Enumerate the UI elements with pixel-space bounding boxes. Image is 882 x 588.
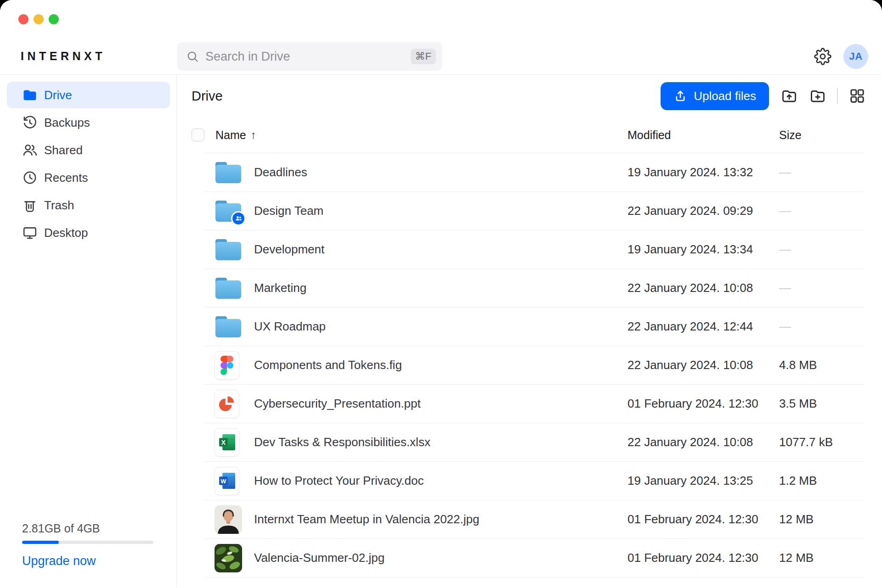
folder-icon (215, 162, 242, 184)
sidebar-item-backups[interactable]: Backups (7, 109, 170, 136)
file-icon-cell (204, 544, 254, 572)
file-row[interactable]: Deadlines 19 January 2024. 13:32 — (204, 153, 864, 191)
storage-panel: 2.81GB of 4GB Upgrade now (22, 522, 153, 568)
file-size: 1077.7 kB (779, 435, 864, 449)
search-icon (186, 50, 199, 63)
file-row[interactable]: Components and Tokens.fig 22 January 202… (204, 346, 864, 384)
upgrade-link[interactable]: Upgrade now (22, 554, 96, 568)
upload-files-label: Upload files (694, 89, 756, 103)
photo-thumbnail-leaves (215, 544, 242, 572)
file-row[interactable]: W How to Protect Your Privacy.doc 19 Jan… (204, 461, 864, 500)
grid-view-icon (849, 88, 865, 104)
file-name: Internxt Team Meetup in Valencia 2022.jp… (254, 512, 628, 526)
toolbar-divider (837, 88, 838, 104)
column-header-modified[interactable]: Modified (628, 129, 779, 142)
file-modified-date: 22 January 2024. 10:08 (628, 281, 779, 295)
file-icon-cell (204, 351, 254, 380)
file-icon-cell (204, 505, 254, 534)
zoom-window-button[interactable] (49, 14, 59, 24)
column-header-name[interactable]: Name ↑ (215, 129, 628, 142)
column-header-size[interactable]: Size (779, 129, 864, 142)
sidebar-item-label: Trash (44, 198, 74, 213)
gear-icon (814, 48, 831, 65)
sidebar: Drive Backups (0, 75, 177, 588)
file-row[interactable]: Internxt Team Meetup in Valencia 2022.jp… (204, 500, 864, 538)
word-file-icon: W (215, 467, 239, 495)
storage-progress-fill (22, 541, 59, 544)
file-icon-cell (204, 390, 254, 418)
upload-files-button[interactable]: Upload files (661, 82, 769, 110)
history-icon (22, 115, 38, 130)
file-modified-date: 22 January 2024. 09:29 (628, 204, 779, 218)
shared-badge-icon (231, 211, 246, 226)
file-row[interactable]: X Dev Tasks & Responsibilities.xlsx 22 J… (204, 423, 864, 461)
file-icon-cell: X (204, 428, 254, 457)
column-name-label: Name (215, 129, 246, 142)
avatar[interactable]: JA (843, 44, 868, 69)
search-input[interactable] (205, 42, 411, 71)
upload-icon (673, 89, 687, 103)
file-modified-date: 01 February 2024. 12:30 (628, 512, 779, 526)
file-row[interactable]: Development 19 January 2024. 13:34 — (204, 230, 864, 269)
new-folder-button[interactable] (809, 88, 826, 104)
file-row[interactable]: Valencia-Summer-02.jpg 01 February 2024.… (204, 538, 864, 577)
file-row[interactable]: Cybersecurity_Presentation.ppt 01 Februa… (204, 384, 864, 423)
file-size: — (779, 204, 864, 218)
file-modified-date: 22 January 2024. 10:08 (628, 435, 779, 449)
file-size: — (779, 281, 864, 295)
file-icon-cell (204, 239, 254, 261)
clock-icon (22, 170, 38, 185)
minimize-window-button[interactable] (34, 14, 44, 24)
file-name: Cybersecurity_Presentation.ppt (254, 397, 628, 411)
sidebar-item-shared[interactable]: Shared (7, 137, 170, 163)
file-size: 4.8 MB (779, 358, 864, 372)
file-modified-date: 22 January 2024. 12:44 (628, 319, 779, 334)
upload-folder-button[interactable] (781, 88, 797, 104)
file-name: Valencia-Summer-02.jpg (254, 551, 628, 565)
trash-icon (22, 197, 38, 213)
file-size: 12 MB (779, 551, 864, 565)
sidebar-item-label: Shared (44, 143, 83, 157)
file-name: Marketing (254, 281, 628, 295)
sidebar-item-desktop[interactable]: Desktop (7, 219, 170, 246)
search-shortcut-badge: ⌘F (411, 49, 436, 64)
sidebar-item-recents[interactable]: Recents (7, 164, 170, 191)
close-window-button[interactable] (18, 14, 28, 24)
file-size: 3.5 MB (779, 397, 864, 411)
file-row[interactable]: Marketing 22 January 2024. 10:08 — (204, 269, 864, 307)
settings-button[interactable] (814, 48, 831, 65)
powerpoint-file-icon (215, 390, 239, 418)
file-name: UX Roadmap (254, 319, 628, 334)
content-header: Drive Upload files (177, 75, 882, 117)
table-header: Name ↑ Modified Size (177, 117, 882, 153)
file-icon-cell (204, 162, 254, 184)
file-name: Development (254, 242, 628, 257)
sidebar-item-label: Recents (44, 171, 88, 185)
sidebar-item-label: Drive (44, 88, 72, 102)
file-name: Components and Tokens.fig (254, 358, 628, 372)
file-row[interactable]: UX Roadmap 22 January 2024. 12:44 — (204, 307, 864, 346)
sidebar-item-label: Desktop (44, 226, 88, 240)
topbar-actions: JA (814, 42, 868, 71)
window-controls (18, 14, 59, 24)
topbar: INTERNXT ⌘F JA (0, 0, 882, 75)
file-modified-date: 22 January 2024. 10:08 (628, 358, 779, 372)
app-window: INTERNXT ⌘F JA (0, 0, 882, 588)
storage-usage-text: 2.81GB of 4GB (22, 522, 153, 535)
sidebar-item-drive[interactable]: Drive (7, 82, 170, 108)
desktop-icon (22, 225, 38, 241)
users-icon (22, 142, 38, 158)
svg-text:X: X (221, 439, 226, 446)
search-bar[interactable]: ⌘F (177, 42, 442, 71)
file-list: Deadlines 19 January 2024. 13:32 — (204, 153, 864, 577)
grid-view-button[interactable] (849, 88, 865, 104)
file-icon-cell: W (204, 467, 254, 495)
file-modified-date: 19 January 2024. 13:25 (628, 474, 779, 488)
sidebar-item-trash[interactable]: Trash (7, 192, 170, 218)
file-row[interactable]: Design Team 22 January 2024. 09:29 — (204, 191, 864, 230)
sort-ascending-icon: ↑ (251, 129, 256, 141)
select-all-checkbox[interactable] (192, 129, 204, 141)
excel-file-icon: X (215, 428, 239, 457)
main-content: Drive Upload files (177, 75, 882, 588)
folder-icon (215, 239, 242, 261)
